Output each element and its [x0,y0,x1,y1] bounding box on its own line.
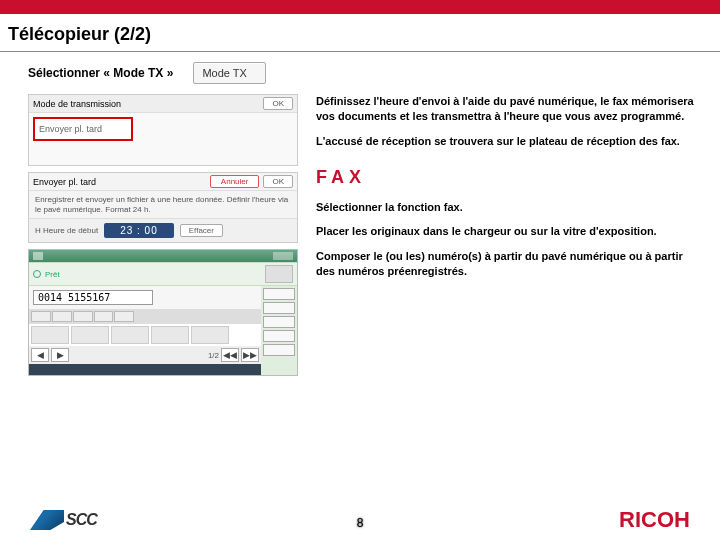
address-item[interactable] [151,326,189,344]
fax-section-title: FAX [316,167,704,188]
ok-button[interactable]: OK [263,175,293,188]
fax-step-3: Composer le (ou les) numéro(s) à partir … [316,249,704,279]
transmission-mode-panel: Mode de transmission OK Envoyer pl. tard [28,94,298,166]
address-item[interactable] [111,326,149,344]
ready-label: Prêt [45,270,60,279]
scc-logo: SCC [30,510,97,530]
tab-row [29,309,261,324]
page-indicator: 1/2 [208,351,219,360]
tab-item[interactable] [52,311,72,322]
nav-prev[interactable]: ◀ [31,348,49,362]
fax-header-icon-2 [273,252,293,260]
bottom-dark-tab[interactable] [29,364,261,375]
fax-step-2: Placer les originaux dans le chargeur ou… [316,224,704,239]
start-time-label: H Heure de début [35,226,98,235]
step-select-mode: Sélectionner « Mode TX » [28,66,173,80]
header-red-bar [0,0,720,14]
nav-arrows: ◀ ▶ 1/2 ◀◀ ▶▶ [29,346,261,364]
tab-item[interactable] [114,311,134,322]
panel-time-head: Envoyer pl. tard [33,177,96,187]
tab-item[interactable] [73,311,93,322]
page-number-wrap: 8 [357,516,364,530]
fax-screen-panel: Prêt 0014 5155167 [28,249,298,376]
ricoh-logo: RICOH [619,507,690,533]
scc-text: SCC [66,511,97,529]
page-number: 8 [357,516,364,530]
side-button-col [261,286,297,375]
fax-step-1: Sélectionner la fonction fax. [316,200,704,215]
mode-tx-button[interactable]: Mode TX [193,62,265,84]
title-divider [0,51,720,52]
instruction-receipt: L'accusé de réception se trouvera sur le… [316,134,704,149]
address-item[interactable] [71,326,109,344]
ready-row: Prêt [29,262,297,286]
address-grid [29,324,261,346]
preview-thumb [265,265,293,283]
side-button[interactable] [263,330,295,342]
cancel-button[interactable]: Annuler [210,175,260,188]
fax-number-display: 0014 5155167 [33,290,153,305]
page-title: Télécopieur (2/2) [0,14,720,51]
address-item[interactable] [31,326,69,344]
time-value[interactable]: 23 : 00 [104,223,174,238]
send-later-panel: Envoyer pl. tard Annuler OK Enregistrer … [28,172,298,243]
tab-item[interactable] [94,311,114,322]
nav-next[interactable]: ▶ [51,348,69,362]
instruction-define-time: Définissez l'heure d'envoi à l'aide du p… [316,94,704,124]
nav-last[interactable]: ▶▶ [241,348,259,362]
side-button[interactable] [263,288,295,300]
send-later-highlight[interactable]: Envoyer pl. tard [33,117,133,141]
side-button[interactable] [263,344,295,356]
address-item[interactable] [191,326,229,344]
side-button[interactable] [263,316,295,328]
status-icon [33,270,41,278]
fax-header-icon [33,252,43,260]
panel-mode-head: Mode de transmission [33,99,121,109]
tab-item[interactable] [31,311,51,322]
panel-time-desc: Enregistrer et envoyer un fichier à une … [29,191,297,218]
nav-first[interactable]: ◀◀ [221,348,239,362]
scc-swoosh-icon [30,510,64,530]
side-button[interactable] [263,302,295,314]
clear-button[interactable]: Effacer [180,224,223,237]
panel-mode-ok[interactable]: OK [263,97,293,110]
